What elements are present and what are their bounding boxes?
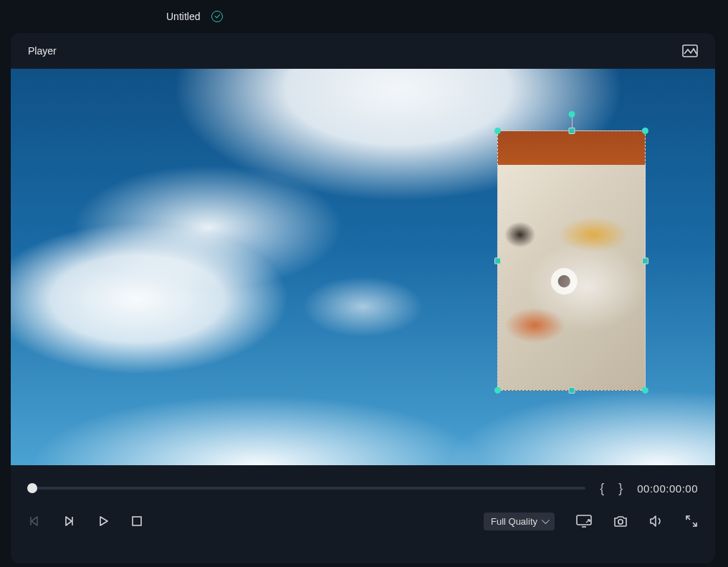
mark-in-button[interactable]: {	[600, 481, 604, 496]
titlebar: Untitled	[0, 0, 728, 33]
chevron-down-icon	[542, 516, 550, 524]
svg-point-6	[618, 520, 623, 524]
preview-viewport[interactable]	[11, 69, 715, 465]
player-panel: Player { }	[11, 33, 715, 563]
overlay-clip-selected[interactable]	[497, 130, 646, 391]
snapshot-button[interactable]	[613, 515, 628, 528]
quality-label: Full Quality	[491, 516, 537, 527]
play-button[interactable]	[97, 515, 110, 528]
saved-check-icon	[211, 11, 223, 22]
progress-row: { } 00:00:00:00	[28, 465, 698, 497]
resize-handle-t[interactable]	[568, 128, 575, 134]
volume-button[interactable]	[649, 515, 664, 528]
resize-handle-tr[interactable]	[642, 128, 648, 134]
player-controls: { } 00:00:00:00	[11, 465, 715, 563]
rotate-handle[interactable]	[568, 111, 575, 118]
image-toggle-icon[interactable]	[682, 44, 698, 57]
svg-rect-3	[133, 517, 141, 525]
fullscreen-button[interactable]	[685, 515, 698, 528]
transport-row: Full Quality	[28, 507, 698, 535]
resize-handle-r[interactable]	[642, 257, 648, 264]
timecode-display: 00:00:00:00	[637, 482, 698, 495]
stop-button[interactable]	[131, 515, 143, 527]
resize-handle-tl[interactable]	[494, 128, 501, 134]
player-header: Player	[11, 33, 715, 69]
resize-handle-bl[interactable]	[494, 387, 501, 394]
resize-handle-br[interactable]	[642, 387, 648, 394]
progress-track[interactable]	[28, 487, 585, 490]
quality-select[interactable]: Full Quality	[484, 513, 555, 530]
next-frame-button[interactable]	[62, 515, 75, 528]
display-settings-button[interactable]	[576, 515, 592, 528]
player-header-label: Player	[28, 45, 57, 57]
resize-handle-l[interactable]	[494, 257, 501, 264]
project-title: Untitled	[166, 11, 200, 22]
prev-frame-button[interactable]	[28, 515, 41, 528]
mark-out-button[interactable]: }	[618, 481, 623, 496]
progress-thumb[interactable]	[27, 483, 37, 493]
resize-handle-b[interactable]	[568, 387, 575, 394]
